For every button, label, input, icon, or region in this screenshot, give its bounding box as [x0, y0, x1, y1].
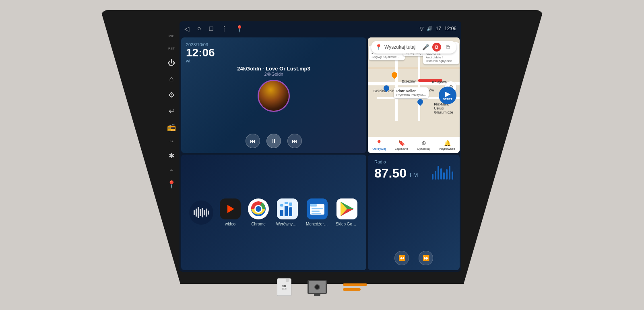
- svg-rect-17: [312, 213, 321, 214]
- mic-icon: 🎤: [422, 44, 429, 50]
- vol-up-label[interactable]: 4+: [169, 140, 173, 143]
- place-card-piotr[interactable]: Piotr Keller Prywatna Praktyka...: [394, 87, 429, 98]
- maps-nav-opublikuj[interactable]: ⊕ Opublikuj: [417, 140, 430, 151]
- radio-controls: ⏪ ⏩: [374, 251, 453, 265]
- equalizer-app-icon: [277, 198, 298, 219]
- radio-wave-1: [432, 174, 433, 180]
- cable-1: [343, 283, 367, 286]
- wave-bar-1: [194, 210, 195, 215]
- svg-rect-8: [289, 207, 292, 216]
- main-content-grid: 2023/10/03 12:06 wt 24kGoldn - Love Or L…: [180, 36, 461, 272]
- svg-rect-6: [280, 210, 283, 216]
- map-label-kolejowa: Kolejowa: [432, 80, 447, 84]
- maps-bottom-nav: 📍 Odkrywaj 🔖 Zapisane ⊕ Opublikuj 🔔 Najn…: [368, 137, 460, 153]
- maps-nav-button[interactable]: 📍: [235, 25, 244, 33]
- power-button[interactable]: ⏻: [168, 59, 175, 66]
- opublikuj-label: Opublikuj: [417, 147, 430, 151]
- waveform-widget[interactable]: [189, 200, 213, 225]
- home-side-button[interactable]: ⌂: [169, 75, 174, 83]
- pause-button[interactable]: ⏸: [266, 134, 281, 148]
- cables-accessory: [343, 283, 367, 291]
- maps-nav-najnowsze[interactable]: 🔔 Najnowsze: [440, 140, 455, 151]
- chrome-app-label: Chrome: [251, 222, 266, 226]
- back-side-button[interactable]: ↩: [169, 107, 175, 115]
- orange-cables: [343, 283, 367, 291]
- radio-band: FM: [410, 172, 418, 180]
- maps-search-bar[interactable]: 📍 Wyszukaj tutaj 🎤 B ⧉: [371, 41, 456, 54]
- maps-search-text: Wyszukaj tutaj: [384, 44, 419, 50]
- wave-bar-6: [204, 210, 205, 215]
- album-art: [258, 80, 290, 112]
- music-player-panel: 2023/10/03 12:06 wt 24kGoldn - Love Or L…: [181, 37, 366, 153]
- wave-bar-2: [196, 209, 197, 217]
- layers-icon: ⧉: [446, 44, 450, 51]
- sd-card-accessory: SD 1GB: [277, 278, 291, 296]
- sd-label: SD: [282, 285, 286, 287]
- map-label-brzeziny: Brzeziny: [402, 79, 416, 83]
- camera-mount: [314, 293, 320, 296]
- waveform-bars: [194, 207, 209, 218]
- maps-nav-odkrywaj[interactable]: 📍 Odkrywaj: [372, 140, 386, 151]
- cable-2: [343, 288, 361, 291]
- next-track-button[interactable]: ⏭: [287, 134, 302, 148]
- radio-panel: Radio 87.50 FM: [368, 155, 460, 270]
- app-item-equalizer[interactable]: Wyrównywa...: [276, 198, 299, 226]
- maps-layers-button[interactable]: ⧉: [444, 43, 452, 52]
- svg-rect-10: [285, 202, 288, 204]
- wave-bar-7: [206, 209, 207, 217]
- radio-forward-button[interactable]: ⏩: [419, 251, 433, 265]
- app-item-video[interactable]: wideo: [220, 198, 241, 226]
- status-bar: ◁ ○ □ ⋮ 📍 ▽ 🔊 17 12:06: [180, 21, 461, 36]
- radio-wave-5: [443, 172, 445, 180]
- menu-nav-button[interactable]: ⋮: [221, 25, 227, 33]
- music-controls: ⏮ ⏸ ⏭: [186, 134, 361, 148]
- radio-waveform: [432, 166, 453, 180]
- mic-label: MIC: [169, 34, 175, 38]
- opublikuj-icon: ⊕: [421, 140, 426, 146]
- volume-icon: 🔊: [427, 26, 433, 31]
- video-app-label: wideo: [225, 222, 235, 226]
- wifi-icon: ▽: [420, 26, 423, 31]
- maps-mic-button[interactable]: 🎤: [421, 43, 430, 52]
- app-item-files[interactable]: Menedżer P...: [306, 198, 328, 226]
- zapisane-label: Zapisane: [395, 147, 408, 151]
- prev-track-button[interactable]: ⏮: [246, 134, 260, 148]
- svg-marker-0: [227, 205, 234, 213]
- car-unit: MIC RST ⏻ ⌂ ⚙ ↩ 📻 4+ ✱ 4- 📍 ◁ ○ □ ⋮ 📍 ▽ …: [101, 10, 543, 300]
- radio-wave-2: [435, 171, 436, 180]
- app-item-play-store[interactable]: Sklep Googl...: [336, 198, 358, 226]
- start-navigation-button[interactable]: ▶ START: [439, 87, 456, 104]
- najnowsze-icon: 🔔: [444, 140, 451, 146]
- side-buttons-panel: MIC RST ⏻ ⌂ ⚙ ↩ 📻 4+ ✱ 4- 📍: [164, 34, 179, 188]
- odkrywaj-icon: 📍: [376, 140, 382, 146]
- files-app-icon: [307, 198, 328, 219]
- files-app-label: Menedżer P...: [306, 222, 328, 226]
- radio-wave-3: [438, 166, 439, 180]
- radio-wave-7: [449, 166, 450, 180]
- start-icon: ▶: [445, 90, 450, 98]
- svg-rect-7: [285, 206, 288, 216]
- back-nav-button[interactable]: ◁: [184, 25, 189, 33]
- vol-down-label[interactable]: 4-: [170, 168, 173, 172]
- map-road-h3: [368, 67, 460, 69]
- settings-side-button[interactable]: ⚙: [168, 91, 175, 99]
- map-pin-krasiejow: [416, 98, 424, 106]
- maps-nav-zapisane[interactable]: 🔖 Zapisane: [395, 140, 408, 151]
- radio-side-button[interactable]: 📻: [167, 124, 176, 131]
- najnowsze-label: Najnowsze: [440, 147, 455, 151]
- home-nav-button[interactable]: ○: [197, 25, 201, 32]
- wave-bar-8: [208, 211, 209, 215]
- location-side-button[interactable]: 📍: [167, 181, 176, 188]
- radio-frequency: 87.50: [374, 167, 407, 180]
- status-right: ▽ 🔊 17 12:06: [420, 26, 456, 31]
- recents-nav-button[interactable]: □: [209, 25, 213, 32]
- radio-wave-6: [446, 169, 448, 180]
- chrome-app-icon: [248, 198, 269, 219]
- user-avatar[interactable]: B: [432, 43, 441, 52]
- apps-grid: wideo: [220, 198, 358, 226]
- accessories-section: SD 1GB: [277, 278, 367, 296]
- app-item-chrome[interactable]: Chrome: [248, 198, 269, 226]
- music-day: wt: [186, 58, 361, 63]
- radio-rewind-button[interactable]: ⏪: [394, 251, 409, 265]
- bluetooth-button[interactable]: ✱: [169, 152, 175, 159]
